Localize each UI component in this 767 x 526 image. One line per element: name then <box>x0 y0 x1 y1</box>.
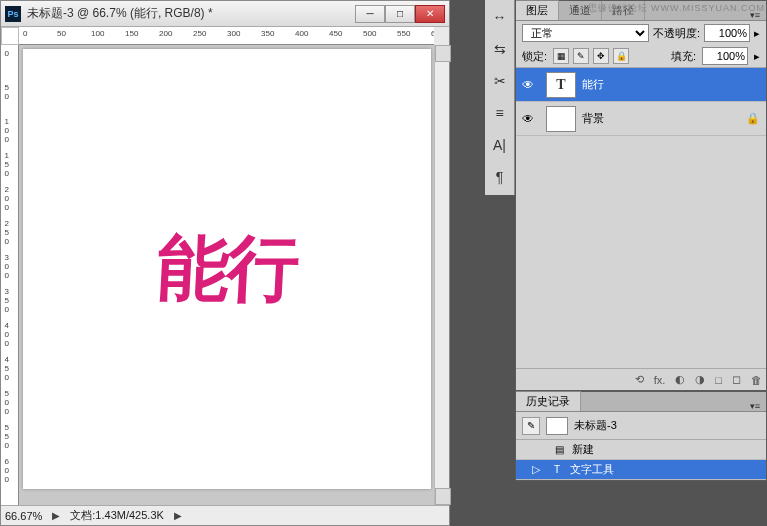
statusbar: 66.67% ▶ 文档:1.43M/425.3K ▶ <box>1 505 449 525</box>
ps-icon: Ps <box>5 6 21 22</box>
brush-snapshot-icon[interactable]: ✎ <box>522 417 540 435</box>
scissors-icon[interactable]: ✂ <box>489 70 511 92</box>
history-panel: 历史记录 ▾≡ ✎ 未标题-3 ▤ 新建 ▷ T 文字工具 <box>515 391 767 481</box>
lock-all-icon[interactable]: 🔒 <box>613 48 629 64</box>
lock-transparent-icon[interactable]: ▦ <box>553 48 569 64</box>
snapshot-thumbnail[interactable] <box>546 417 568 435</box>
delete-layer-icon[interactable]: 🗑 <box>751 374 762 386</box>
document-window: Ps 未标题-3 @ 66.7% (能行, RGB/8) * ─ □ ✕ 0 5… <box>0 0 450 526</box>
new-layer-icon[interactable]: ◻ <box>732 373 741 386</box>
canvas[interactable]: 能行 <box>23 49 431 489</box>
layers-footer: ⟲ fx. ◐ ◑ □ ◻ 🗑 <box>516 368 766 390</box>
character-icon[interactable]: A| <box>489 134 511 156</box>
blend-mode-select[interactable]: 正常 <box>522 24 649 42</box>
new-doc-icon: ▤ <box>552 443 566 457</box>
scrollbar-vertical[interactable] <box>434 45 449 505</box>
layers-panel: 图层 通道 路径 ▾≡ 正常 不透明度: ▸ 锁定: ▦ ✎ ✥ 🔒 填充: ▸ <box>515 0 767 391</box>
watermark: 思缘设计论坛 WWW.MISSYUAN.COM <box>588 2 766 15</box>
lock-row: 锁定: ▦ ✎ ✥ 🔒 填充: ▸ <box>516 45 766 68</box>
history-item[interactable]: ▷ T 文字工具 <box>516 460 766 480</box>
history-tab-row: 历史记录 ▾≡ <box>516 392 766 412</box>
docinfo-menu-arrow[interactable]: ▶ <box>174 510 182 521</box>
tab-history[interactable]: 历史记录 <box>516 391 581 411</box>
layer-thumbnail[interactable]: T <box>546 72 576 98</box>
ruler-origin[interactable] <box>1 27 19 45</box>
canvas-viewport[interactable]: 能行 <box>19 45 434 505</box>
history-snapshot-row[interactable]: ✎ 未标题-3 <box>516 412 766 440</box>
visibility-toggle-icon[interactable]: 👁 <box>516 78 540 92</box>
snapshot-name[interactable]: 未标题-3 <box>574 418 617 433</box>
maximize-button[interactable]: □ <box>385 5 415 23</box>
layer-item[interactable]: 👁 T 能行 <box>516 68 766 102</box>
link-layers-icon[interactable]: ⟲ <box>635 373 644 386</box>
minimize-button[interactable]: ─ <box>355 5 385 23</box>
layer-name[interactable]: 能行 <box>582 77 766 92</box>
pilcrow-icon[interactable]: ¶ <box>489 166 511 188</box>
history-item[interactable]: ▤ 新建 <box>516 440 766 460</box>
fill-label: 填充: <box>671 49 696 64</box>
mask-icon[interactable]: ◐ <box>675 373 685 386</box>
zoom-menu-arrow[interactable]: ▶ <box>52 510 60 521</box>
layer-options-row: 正常 不透明度: ▸ <box>516 21 766 45</box>
opacity-label: 不透明度: <box>653 26 700 41</box>
lock-position-icon[interactable]: ✥ <box>593 48 609 64</box>
ruler-vertical[interactable]: 0 50 100 150 200 250 300 350 400 450 500… <box>1 45 19 505</box>
panel-menu-icon[interactable]: ▾≡ <box>744 401 766 411</box>
fill-arrow-icon[interactable]: ▸ <box>754 50 760 63</box>
titlebar[interactable]: Ps 未标题-3 @ 66.7% (能行, RGB/8) * ─ □ ✕ <box>1 1 449 27</box>
layer-list: 👁 T 能行 👁 背景 🔒 <box>516 68 766 368</box>
lock-pixels-icon[interactable]: ✎ <box>573 48 589 64</box>
history-list: ✎ 未标题-3 ▤ 新建 ▷ T 文字工具 <box>516 412 766 480</box>
side-toolbar: ↔ ⇆ ✂ ≡ A| ¶ <box>485 0 515 195</box>
fill-input[interactable] <box>702 47 748 65</box>
ruler-horizontal[interactable]: 0 50 100 150 200 250 300 350 400 450 500… <box>19 27 434 45</box>
history-step-label: 文字工具 <box>570 462 614 477</box>
document-title: 未标题-3 @ 66.7% (能行, RGB/8) * <box>27 5 355 22</box>
lock-indicator-icon: 🔒 <box>746 112 766 125</box>
group-icon[interactable]: □ <box>715 374 722 386</box>
opacity-input[interactable] <box>704 24 750 42</box>
lock-label: 锁定: <box>522 49 547 64</box>
fx-icon[interactable]: fx. <box>654 374 666 386</box>
visibility-toggle-icon[interactable]: 👁 <box>516 112 540 126</box>
adjustment-icon[interactable]: ◑ <box>695 373 705 386</box>
type-tool-icon: T <box>550 463 564 477</box>
layer-item[interactable]: 👁 背景 🔒 <box>516 102 766 136</box>
swap-icon[interactable]: ⇆ <box>489 38 511 60</box>
layer-name[interactable]: 背景 <box>582 111 746 126</box>
arrange-icon[interactable]: ↔ <box>489 6 511 28</box>
tab-layers[interactable]: 图层 <box>516 0 559 20</box>
paragraph-icon[interactable]: ≡ <box>489 102 511 124</box>
history-step-label: 新建 <box>572 442 594 457</box>
doc-info: 文档:1.43M/425.3K <box>70 508 164 523</box>
canvas-text-layer[interactable]: 能行 <box>154 221 299 317</box>
close-button[interactable]: ✕ <box>415 5 445 23</box>
right-panel-column: 思缘设计论坛 WWW.MISSYUAN.COM 图层 通道 路径 ▾≡ 正常 不… <box>515 0 767 526</box>
layer-thumbnail[interactable] <box>546 106 576 132</box>
opacity-arrow-icon[interactable]: ▸ <box>754 27 760 40</box>
history-current-arrow-icon: ▷ <box>532 463 540 476</box>
zoom-level[interactable]: 66.67% <box>5 510 42 522</box>
